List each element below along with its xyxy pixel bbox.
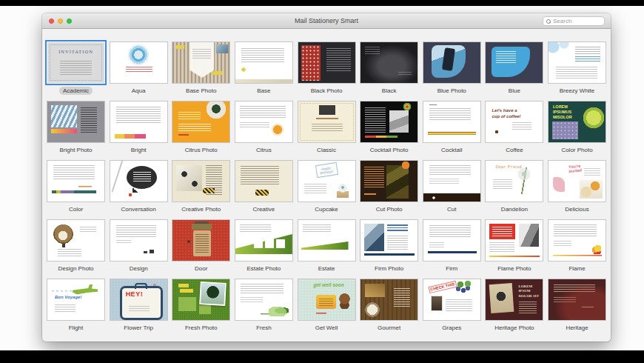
template-classic: Classic xyxy=(298,101,356,160)
template-thumbnail[interactable] xyxy=(548,279,606,321)
template-thumbnail[interactable] xyxy=(360,41,418,84)
template-thumbnail[interactable] xyxy=(172,279,230,321)
template-label: Delicious xyxy=(561,205,592,213)
template-thumbnail[interactable]: Happy Birthday! xyxy=(298,160,356,202)
template-label: Base Photo xyxy=(182,87,220,95)
letterbox-top xyxy=(0,0,644,6)
template-thumbnail[interactable] xyxy=(172,219,230,262)
template-color: Color xyxy=(47,160,105,219)
template-label: Design xyxy=(126,264,152,273)
template-label: Conversation xyxy=(118,205,160,213)
template-thumbnail[interactable]: You're Invited xyxy=(548,160,606,202)
template-label: Door xyxy=(191,264,211,273)
zoom-button[interactable] xyxy=(67,19,72,24)
template-thumbnail[interactable] xyxy=(360,101,418,143)
template-thumbnail[interactable] xyxy=(360,279,418,321)
template-dandelion: Dear Friend Dandelion xyxy=(485,160,543,219)
template-label: Estate xyxy=(315,264,339,273)
template-label: Cut Photo xyxy=(372,205,406,213)
template-thumbnail[interactable]: Bon Voyage! xyxy=(47,279,105,321)
template-thumbnail[interactable] xyxy=(423,160,481,202)
template-label: Breezy White xyxy=(556,87,599,95)
template-label: Creative Photo xyxy=(178,205,224,213)
template-thumbnail[interactable]: CHECK THIS xyxy=(423,279,481,321)
template-thumbnail[interactable] xyxy=(47,219,105,262)
template-citrus-photo: Citrus Photo xyxy=(172,101,230,160)
template-bright-photo: Bright Photo xyxy=(47,101,105,160)
template-thumbnail[interactable] xyxy=(360,160,418,202)
template-label: Firm Photo xyxy=(371,264,407,273)
close-button[interactable] xyxy=(49,19,54,24)
template-estate: Estate xyxy=(298,219,356,279)
template-thumbnail[interactable] xyxy=(47,101,105,143)
template-thumbnail[interactable]: Let's have a cup of coffee! xyxy=(485,101,543,143)
template-label: Firm xyxy=(442,264,461,273)
template-thumbnail[interactable] xyxy=(548,219,606,262)
search-input[interactable]: Search xyxy=(543,16,605,26)
preview-text: Let's have a cup of coffee! xyxy=(492,108,521,119)
template-thumbnail[interactable] xyxy=(423,219,481,262)
template-label: Classic xyxy=(313,146,340,154)
template-cupcake: Happy Birthday! Cupcake xyxy=(298,160,356,219)
window-titlebar[interactable]: Mail Stationery Smart Search xyxy=(42,13,611,29)
template-thumbnail[interactable] xyxy=(298,41,356,84)
preview-text: You're Invited xyxy=(568,163,588,174)
template-heritage: Heritage xyxy=(548,279,606,338)
template-thumbnail[interactable] xyxy=(235,160,293,202)
template-label: Academic xyxy=(59,87,93,95)
template-thumbnail[interactable] xyxy=(298,219,356,262)
template-thumbnail[interactable] xyxy=(110,219,168,262)
preview-text: HEY! xyxy=(126,290,144,298)
template-heritage-photo: LOREM IPSUM DOLOR SIT Heritage Photo xyxy=(485,279,543,338)
template-thumbnail[interactable]: HEY! xyxy=(110,279,168,321)
template-thumbnail[interactable] xyxy=(235,41,293,84)
template-thumbnail[interactable]: INVITATION xyxy=(47,41,105,84)
template-thumbnail[interactable] xyxy=(423,41,481,84)
template-label: Aqua xyxy=(128,87,150,95)
template-thumbnail[interactable] xyxy=(172,41,230,84)
template-grid[interactable]: INVITATION Academic Aqua Base Photo Base… xyxy=(42,30,611,342)
template-flower-trip: HEY! Flower Trip xyxy=(110,279,168,338)
preview-text: LOREM IPSUMUS MISOLOR xyxy=(553,104,577,120)
template-thumbnail[interactable]: get well soon xyxy=(298,279,356,321)
template-thumbnail[interactable] xyxy=(235,279,293,321)
preview-text: Dear Friend xyxy=(495,164,522,170)
template-thumbnail[interactable] xyxy=(485,41,543,84)
traffic-lights xyxy=(49,19,72,24)
template-thumbnail[interactable]: Dear Friend xyxy=(485,160,543,202)
template-fresh-photo: Fresh Photo xyxy=(172,279,230,338)
minimize-button[interactable] xyxy=(58,19,63,24)
template-thumbnail[interactable] xyxy=(110,41,168,84)
template-thumbnail[interactable] xyxy=(47,160,105,202)
template-label: Cut xyxy=(443,205,460,213)
template-breezy-white: Breezy White xyxy=(548,41,606,101)
template-blue: Blue xyxy=(485,41,543,101)
template-black: Black xyxy=(360,41,418,101)
template-label: Citrus Photo xyxy=(181,146,221,154)
template-thumbnail[interactable] xyxy=(172,160,230,202)
template-get-well: get well soon Get Well xyxy=(298,279,356,338)
template-thumbnail[interactable] xyxy=(298,101,356,143)
template-thumbnail[interactable] xyxy=(110,160,168,202)
template-thumbnail[interactable] xyxy=(360,219,418,262)
template-label: Cupcake xyxy=(311,205,342,213)
template-cocktail: Cocktail xyxy=(423,101,481,160)
template-thumbnail[interactable] xyxy=(110,101,168,143)
template-thumbnail[interactable] xyxy=(235,101,293,143)
template-label: Citrus xyxy=(252,146,275,154)
template-thumbnail[interactable] xyxy=(485,219,543,262)
template-thumbnail[interactable] xyxy=(235,219,293,262)
template-label: Base xyxy=(253,87,274,95)
template-thumbnail[interactable]: LOREM IPSUMUS MISOLOR xyxy=(548,101,606,143)
template-aqua: Aqua xyxy=(110,41,168,101)
template-label: Design Photo xyxy=(54,264,97,273)
template-thumbnail[interactable]: LOREM IPSUM DOLOR SIT xyxy=(485,279,543,321)
template-thumbnail[interactable] xyxy=(423,101,481,143)
template-academic: INVITATION Academic xyxy=(47,41,105,101)
template-thumbnail[interactable] xyxy=(548,41,606,84)
stationery-window: Mail Stationery Smart Search INVITATION … xyxy=(42,13,611,342)
template-creative: Creative xyxy=(235,160,293,219)
template-thumbnail[interactable] xyxy=(172,101,230,143)
template-label: Get Well xyxy=(312,324,342,332)
template-delicious: You're Invited Delicious xyxy=(548,160,606,219)
